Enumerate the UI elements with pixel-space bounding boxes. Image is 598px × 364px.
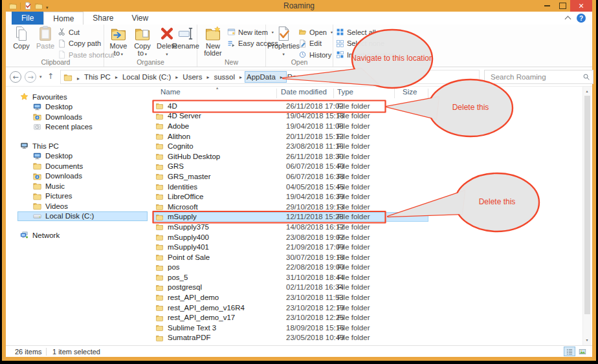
sidebar-item[interactable] bbox=[6, 132, 150, 141]
new-folder-button[interactable]: New folder bbox=[200, 26, 226, 58]
file-row[interactable]: GRS_master 06/07/2018 16:38 File folder bbox=[153, 171, 428, 182]
file-row[interactable]: mSupply400 23/08/2018 19:02 File folder bbox=[153, 232, 428, 242]
collapse-ribbon-icon[interactable] bbox=[565, 16, 571, 23]
select-none-icon bbox=[336, 39, 344, 48]
sidebar-item[interactable]: Recent places bbox=[6, 122, 150, 133]
file-row[interactable]: Sublime Text 3 18/09/2018 15:16 File fol… bbox=[153, 323, 428, 333]
file-row[interactable]: Identities 04/05/2018 15:45 File folder bbox=[153, 182, 428, 192]
up-button[interactable] bbox=[47, 72, 54, 80]
breadcrumb-item[interactable]: sussol bbox=[212, 72, 245, 82]
scroll-up-icon[interactable] bbox=[583, 87, 591, 95]
maximize-button[interactable] bbox=[555, 0, 570, 12]
file-row[interactable]: pos 22/08/2018 19:00 File folder bbox=[153, 262, 428, 273]
forward-button[interactable] bbox=[25, 71, 36, 83]
edit-icon bbox=[298, 39, 307, 48]
sidebar-item[interactable]: This PC bbox=[6, 141, 150, 151]
file-row[interactable]: rest_API_demo_v16R4 23/10/2018 12:19 Fil… bbox=[153, 303, 428, 313]
select-none-button[interactable]: Select none bbox=[336, 39, 395, 48]
copy-to-icon bbox=[134, 26, 151, 41]
column-header-date-modified[interactable]: Date modified bbox=[281, 88, 337, 98]
select-all-button[interactable]: Select all bbox=[336, 28, 395, 36]
sidebar-item-icon bbox=[33, 172, 41, 180]
file-row[interactable]: mSupply401 21/09/2018 17:09 File folder bbox=[153, 242, 428, 252]
file-row[interactable]: Alithon 20/11/2018 15:12 File folder bbox=[153, 131, 428, 142]
vertical-scrollbar[interactable] bbox=[582, 87, 591, 345]
properties-button[interactable]: Properties bbox=[270, 26, 297, 58]
sidebar-item[interactable]: Pictures bbox=[6, 191, 150, 202]
help-icon[interactable] bbox=[577, 14, 586, 23]
sidebar-item[interactable]: Videos bbox=[6, 201, 150, 211]
easy-access-icon bbox=[227, 39, 236, 48]
thumbnail-view-button[interactable] bbox=[577, 347, 588, 356]
breadcrumb-item[interactable]: AppData bbox=[245, 72, 286, 82]
move-to-button[interactable]: Move to bbox=[107, 26, 130, 58]
ribbon-tab[interactable]: View bbox=[122, 12, 157, 25]
search-input[interactable] bbox=[489, 72, 582, 81]
column-header-type[interactable]: Type bbox=[337, 88, 399, 98]
breadcrumb[interactable]: This PC Local Disk (C:) Users su bbox=[60, 70, 480, 84]
ribbon-tab[interactable]: File bbox=[12, 12, 43, 25]
file-row[interactable]: mSupply375 14/08/2018 16:12 File folder bbox=[153, 222, 428, 232]
ribbon-tab[interactable]: Share bbox=[83, 12, 122, 25]
file-row[interactable]: LibreOffice 19/04/2018 16:39 File folder bbox=[153, 191, 428, 202]
file-row[interactable]: GRS 06/07/2018 15:40 File folder bbox=[153, 162, 428, 172]
sidebar-item-icon bbox=[33, 192, 41, 200]
sidebar-item[interactable]: Music bbox=[6, 181, 150, 191]
back-button[interactable] bbox=[10, 71, 21, 83]
window-controls bbox=[539, 0, 592, 12]
folder-icon bbox=[155, 213, 164, 221]
column-header-size[interactable]: Size bbox=[399, 88, 428, 98]
items-count: 26 items bbox=[15, 348, 42, 356]
copy-button[interactable]: Copy bbox=[9, 26, 34, 58]
file-row[interactable]: Cognito 23/08/2018 11:16 File folder bbox=[153, 141, 428, 151]
file-row[interactable]: postgresql 02/11/2018 16:34 File folder bbox=[153, 283, 428, 293]
folder-icon bbox=[155, 203, 164, 211]
folder-icon bbox=[155, 284, 164, 292]
file-row[interactable]: pos_5 31/10/2018 18:44 File folder bbox=[153, 272, 428, 283]
breadcrumb-item[interactable]: Users bbox=[181, 72, 212, 82]
file-row[interactable]: 4D 26/11/2018 17:02 File folder bbox=[153, 101, 428, 111]
scrollbar-thumb[interactable] bbox=[584, 96, 590, 314]
file-row[interactable]: Adobe 19/04/2018 11:08 File folder bbox=[153, 121, 428, 131]
folder-icon bbox=[155, 233, 164, 241]
close-button[interactable] bbox=[570, 0, 592, 12]
sidebar-item[interactable]: Network bbox=[6, 230, 150, 241]
search-icon[interactable] bbox=[582, 73, 590, 81]
file-row[interactable]: rest_API_demo_v17 23/10/2018 12:25 File … bbox=[153, 312, 428, 323]
open-button[interactable]: Open bbox=[298, 28, 333, 36]
sidebar-item[interactable]: Desktop bbox=[6, 102, 150, 112]
scroll-down-icon[interactable] bbox=[583, 336, 591, 344]
sidebar-item[interactable]: Favourites bbox=[6, 92, 150, 102]
sidebar-item[interactable] bbox=[6, 221, 150, 230]
sidebar-item[interactable]: Downloads bbox=[6, 171, 150, 182]
breadcrumb-item[interactable]: Local Disk (C:) bbox=[121, 72, 181, 82]
file-row[interactable]: SumatraPDF 23/05/2018 10:49 File folder bbox=[153, 333, 428, 343]
edit-button[interactable]: Edit bbox=[298, 39, 333, 48]
sidebar-item-icon bbox=[33, 123, 41, 131]
details-view-button[interactable] bbox=[564, 347, 575, 356]
file-row[interactable]: 4D Server 19/04/2018 15:18 File folder bbox=[153, 111, 428, 122]
sidebar-item-icon bbox=[20, 142, 28, 150]
ribbon-tab[interactable]: Home bbox=[43, 12, 83, 25]
group-label-clipboard: Clipboard bbox=[8, 58, 104, 66]
sidebar-item[interactable]: Documents bbox=[6, 161, 150, 171]
sidebar-item[interactable]: Local Disk (C:) bbox=[6, 211, 150, 222]
chevron-right-icon bbox=[112, 73, 121, 81]
breadcrumb-item[interactable]: This PC bbox=[83, 72, 121, 82]
file-row[interactable]: GitHub Desktop 26/11/2018 18:30 File fol… bbox=[153, 151, 428, 162]
invert-selection-button[interactable]: Invert selection bbox=[336, 50, 395, 59]
list-view-icon bbox=[566, 348, 573, 356]
breadcrumb-item[interactable]: Roaming bbox=[286, 72, 327, 82]
file-row[interactable]: Point of Sale 30/07/2018 19:18 File fold… bbox=[153, 252, 428, 262]
file-row[interactable]: mSupply 12/11/2018 15:28 File folder bbox=[153, 212, 428, 222]
file-row[interactable]: Microsoft 29/10/2018 19:13 File folder bbox=[153, 202, 428, 212]
sidebar-item[interactable]: Desktop bbox=[6, 151, 150, 162]
minimize-button[interactable] bbox=[539, 0, 555, 12]
sidebar-item[interactable]: Downloads bbox=[6, 112, 150, 122]
rename-button[interactable]: Rename bbox=[173, 26, 199, 58]
copy-to-button[interactable]: Copy to bbox=[131, 26, 154, 58]
recent-locations-dropdown-icon[interactable] bbox=[39, 75, 42, 80]
paste-button[interactable]: Paste bbox=[33, 26, 58, 58]
folder-icon bbox=[63, 73, 72, 81]
file-row[interactable]: rest_API_demo 23/10/2018 11:53 File fold… bbox=[153, 292, 428, 303]
